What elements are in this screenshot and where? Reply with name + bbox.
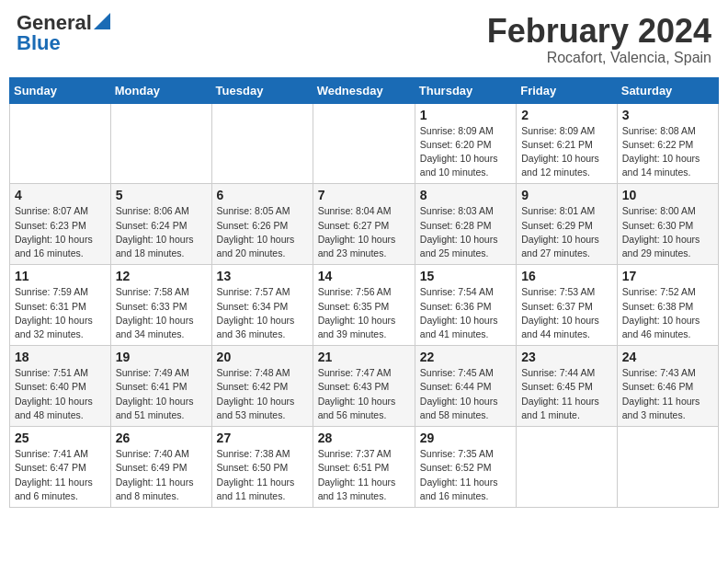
calendar-week-row: 11Sunrise: 7:59 AM Sunset: 6:31 PM Dayli… bbox=[10, 265, 719, 346]
calendar-cell: 4Sunrise: 8:07 AM Sunset: 6:23 PM Daylig… bbox=[10, 184, 111, 265]
day-info: Sunrise: 7:38 AM Sunset: 6:50 PM Dayligh… bbox=[217, 447, 308, 503]
logo-general-text: General bbox=[17, 13, 92, 33]
calendar-cell bbox=[10, 103, 111, 184]
calendar-week-row: 4Sunrise: 8:07 AM Sunset: 6:23 PM Daylig… bbox=[10, 184, 719, 265]
day-number: 28 bbox=[318, 431, 410, 445]
svg-marker-0 bbox=[94, 13, 110, 29]
day-info: Sunrise: 7:47 AM Sunset: 6:43 PM Dayligh… bbox=[318, 366, 410, 422]
day-info: Sunrise: 7:59 AM Sunset: 6:31 PM Dayligh… bbox=[15, 285, 106, 341]
day-info: Sunrise: 7:43 AM Sunset: 6:46 PM Dayligh… bbox=[622, 366, 713, 422]
day-number: 19 bbox=[116, 350, 207, 364]
calendar-table: SundayMondayTuesdayWednesdayThursdayFrid… bbox=[9, 77, 719, 508]
day-number: 12 bbox=[116, 269, 207, 283]
calendar-cell bbox=[313, 103, 415, 184]
calendar-cell: 19Sunrise: 7:49 AM Sunset: 6:41 PM Dayli… bbox=[110, 346, 211, 427]
day-number: 27 bbox=[217, 431, 308, 445]
day-info: Sunrise: 7:37 AM Sunset: 6:51 PM Dayligh… bbox=[318, 447, 410, 503]
day-info: Sunrise: 7:56 AM Sunset: 6:35 PM Dayligh… bbox=[318, 285, 410, 341]
calendar-cell: 17Sunrise: 7:52 AM Sunset: 6:38 PM Dayli… bbox=[617, 265, 718, 346]
weekday-header-tuesday: Tuesday bbox=[211, 77, 313, 103]
weekday-header-monday: Monday bbox=[110, 77, 211, 103]
day-info: Sunrise: 7:40 AM Sunset: 6:49 PM Dayligh… bbox=[116, 447, 207, 503]
day-info: Sunrise: 7:58 AM Sunset: 6:33 PM Dayligh… bbox=[116, 285, 207, 341]
calendar-cell: 14Sunrise: 7:56 AM Sunset: 6:35 PM Dayli… bbox=[313, 265, 415, 346]
month-year-title: February 2024 bbox=[487, 13, 711, 50]
day-info: Sunrise: 7:49 AM Sunset: 6:41 PM Dayligh… bbox=[116, 366, 207, 422]
day-number: 24 bbox=[622, 350, 713, 364]
day-number: 10 bbox=[622, 188, 713, 202]
day-info: Sunrise: 8:06 AM Sunset: 6:24 PM Dayligh… bbox=[116, 204, 207, 260]
calendar-cell: 1Sunrise: 8:09 AM Sunset: 6:20 PM Daylig… bbox=[415, 103, 516, 184]
day-info: Sunrise: 7:48 AM Sunset: 6:42 PM Dayligh… bbox=[217, 366, 308, 422]
calendar-cell: 12Sunrise: 7:58 AM Sunset: 6:33 PM Dayli… bbox=[110, 265, 211, 346]
day-number: 13 bbox=[217, 269, 308, 283]
calendar-cell: 7Sunrise: 8:04 AM Sunset: 6:27 PM Daylig… bbox=[313, 184, 415, 265]
calendar-cell: 27Sunrise: 7:38 AM Sunset: 6:50 PM Dayli… bbox=[211, 427, 313, 508]
weekday-header-friday: Friday bbox=[517, 77, 618, 103]
calendar-cell bbox=[517, 427, 618, 508]
calendar-cell: 26Sunrise: 7:40 AM Sunset: 6:49 PM Dayli… bbox=[110, 427, 211, 508]
calendar-cell: 24Sunrise: 7:43 AM Sunset: 6:46 PM Dayli… bbox=[617, 346, 718, 427]
day-number: 11 bbox=[15, 269, 106, 283]
day-info: Sunrise: 8:09 AM Sunset: 6:20 PM Dayligh… bbox=[420, 124, 511, 180]
day-number: 26 bbox=[116, 431, 207, 445]
day-info: Sunrise: 8:05 AM Sunset: 6:26 PM Dayligh… bbox=[217, 204, 308, 260]
weekday-header-thursday: Thursday bbox=[415, 77, 516, 103]
day-info: Sunrise: 8:00 AM Sunset: 6:30 PM Dayligh… bbox=[622, 204, 713, 260]
day-info: Sunrise: 8:07 AM Sunset: 6:23 PM Dayligh… bbox=[15, 204, 106, 260]
day-number: 7 bbox=[318, 188, 410, 202]
calendar-cell bbox=[211, 103, 313, 184]
calendar-cell: 2Sunrise: 8:09 AM Sunset: 6:21 PM Daylig… bbox=[517, 103, 618, 184]
calendar-cell bbox=[617, 427, 718, 508]
day-info: Sunrise: 7:51 AM Sunset: 6:40 PM Dayligh… bbox=[15, 366, 106, 422]
calendar-week-row: 1Sunrise: 8:09 AM Sunset: 6:20 PM Daylig… bbox=[10, 103, 719, 184]
calendar-cell: 28Sunrise: 7:37 AM Sunset: 6:51 PM Dayli… bbox=[313, 427, 415, 508]
day-number: 5 bbox=[116, 188, 207, 202]
day-info: Sunrise: 7:52 AM Sunset: 6:38 PM Dayligh… bbox=[622, 285, 713, 341]
day-info: Sunrise: 7:53 AM Sunset: 6:37 PM Dayligh… bbox=[521, 285, 612, 341]
day-number: 14 bbox=[318, 269, 410, 283]
calendar-cell: 8Sunrise: 8:03 AM Sunset: 6:28 PM Daylig… bbox=[415, 184, 516, 265]
day-info: Sunrise: 7:44 AM Sunset: 6:45 PM Dayligh… bbox=[521, 366, 612, 422]
calendar-cell: 6Sunrise: 8:05 AM Sunset: 6:26 PM Daylig… bbox=[211, 184, 313, 265]
calendar-cell: 25Sunrise: 7:41 AM Sunset: 6:47 PM Dayli… bbox=[10, 427, 111, 508]
day-number: 1 bbox=[420, 108, 511, 122]
day-info: Sunrise: 7:54 AM Sunset: 6:36 PM Dayligh… bbox=[420, 285, 511, 341]
calendar-cell: 20Sunrise: 7:48 AM Sunset: 6:42 PM Dayli… bbox=[211, 346, 313, 427]
title-section: February 2024 Rocafort, Valencia, Spain bbox=[487, 13, 711, 66]
day-number: 22 bbox=[420, 350, 511, 364]
calendar-cell: 10Sunrise: 8:00 AM Sunset: 6:30 PM Dayli… bbox=[617, 184, 718, 265]
calendar-cell: 21Sunrise: 7:47 AM Sunset: 6:43 PM Dayli… bbox=[313, 346, 415, 427]
weekday-header-row: SundayMondayTuesdayWednesdayThursdayFrid… bbox=[10, 77, 719, 103]
calendar-cell: 29Sunrise: 7:35 AM Sunset: 6:52 PM Dayli… bbox=[415, 427, 516, 508]
calendar-cell bbox=[110, 103, 211, 184]
day-info: Sunrise: 7:35 AM Sunset: 6:52 PM Dayligh… bbox=[420, 447, 511, 503]
calendar-week-row: 18Sunrise: 7:51 AM Sunset: 6:40 PM Dayli… bbox=[10, 346, 719, 427]
calendar-week-row: 25Sunrise: 7:41 AM Sunset: 6:47 PM Dayli… bbox=[10, 427, 719, 508]
weekday-header-saturday: Saturday bbox=[617, 77, 718, 103]
day-info: Sunrise: 8:08 AM Sunset: 6:22 PM Dayligh… bbox=[622, 124, 713, 180]
day-info: Sunrise: 7:57 AM Sunset: 6:34 PM Dayligh… bbox=[217, 285, 308, 341]
day-number: 4 bbox=[15, 188, 106, 202]
calendar-cell: 11Sunrise: 7:59 AM Sunset: 6:31 PM Dayli… bbox=[10, 265, 111, 346]
day-number: 9 bbox=[521, 188, 612, 202]
calendar-cell: 3Sunrise: 8:08 AM Sunset: 6:22 PM Daylig… bbox=[617, 103, 718, 184]
day-number: 18 bbox=[15, 350, 106, 364]
calendar-cell: 18Sunrise: 7:51 AM Sunset: 6:40 PM Dayli… bbox=[10, 346, 111, 427]
day-number: 23 bbox=[521, 350, 612, 364]
day-info: Sunrise: 7:45 AM Sunset: 6:44 PM Dayligh… bbox=[420, 366, 511, 422]
day-number: 15 bbox=[420, 269, 511, 283]
day-number: 17 bbox=[622, 269, 713, 283]
calendar-cell: 9Sunrise: 8:01 AM Sunset: 6:29 PM Daylig… bbox=[517, 184, 618, 265]
calendar-cell: 13Sunrise: 7:57 AM Sunset: 6:34 PM Dayli… bbox=[211, 265, 313, 346]
day-number: 21 bbox=[318, 350, 410, 364]
day-info: Sunrise: 8:04 AM Sunset: 6:27 PM Dayligh… bbox=[318, 204, 410, 260]
day-number: 3 bbox=[622, 108, 713, 122]
day-number: 29 bbox=[420, 431, 511, 445]
logo-triangle-icon bbox=[94, 13, 110, 29]
day-info: Sunrise: 8:03 AM Sunset: 6:28 PM Dayligh… bbox=[420, 204, 511, 260]
day-number: 2 bbox=[521, 108, 612, 122]
weekday-header-sunday: Sunday bbox=[10, 77, 111, 103]
calendar-cell: 5Sunrise: 8:06 AM Sunset: 6:24 PM Daylig… bbox=[110, 184, 211, 265]
day-info: Sunrise: 8:01 AM Sunset: 6:29 PM Dayligh… bbox=[521, 204, 612, 260]
